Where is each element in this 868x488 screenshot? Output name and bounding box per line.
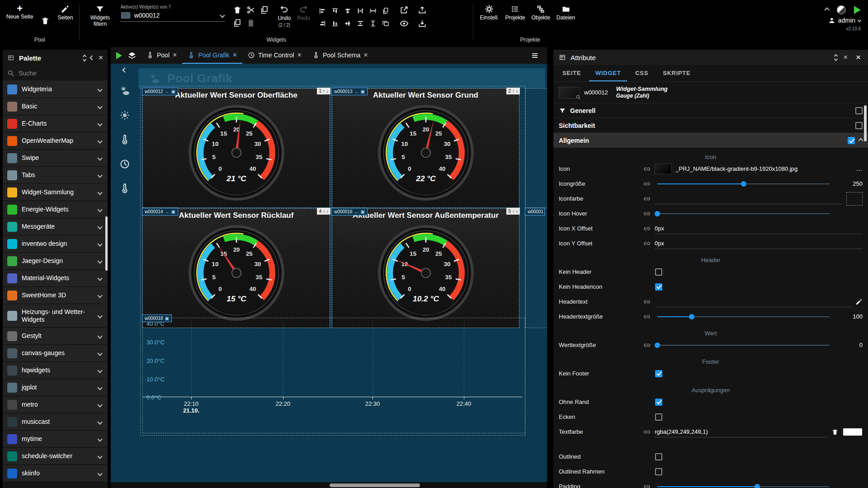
widget-order-badge[interactable]: 5↑↓ — [506, 208, 520, 215]
horizontal-scrollbar[interactable] — [330, 483, 420, 487]
palette-item-widget-sammlung[interactable]: Widget-Sammlung — [3, 184, 108, 201]
headertextgroesse-slider[interactable] — [657, 316, 830, 317]
active-widget-select[interactable]: w000012 — [120, 10, 225, 22]
palette-item-swipe[interactable]: Swipe — [3, 150, 108, 167]
gauge-widget-oberflaeche[interactable]: w000012↔▣ 1↑↓ Aktueller Wert Sensor Ober… — [143, 89, 330, 207]
sichtbarkeit-checkbox[interactable] — [855, 122, 863, 129]
undo-button[interactable]: Undo(2 / 2) — [278, 5, 291, 28]
gauge-widget-ruecklauf[interactable]: w000014↔▣ 4↑↓ Aktueller Wert Sensor Rück… — [143, 209, 330, 328]
align-right-button[interactable] — [316, 18, 328, 29]
palette-item-sweethome3d[interactable]: SweetHome 3D — [3, 287, 108, 304]
link-icon[interactable] — [643, 483, 651, 488]
section-allgemein[interactable]: Allgemein — [553, 133, 868, 148]
gauge-widget-aussentemperatur[interactable]: w000016↔▣ 5↑↓ Aktueller Wert Sensor Auße… — [332, 209, 519, 328]
partial-widget[interactable]: w00001 — [526, 209, 547, 328]
cut-widget-button[interactable] — [245, 5, 257, 15]
search-input[interactable] — [19, 70, 86, 77]
tab-pool-schema[interactable]: Pool Schema× — [307, 47, 373, 64]
clear-color-icon[interactable] — [831, 428, 839, 436]
ecken-checkbox[interactable] — [655, 413, 662, 421]
palette-item-widgeteria[interactable]: Widgeteria — [3, 81, 108, 98]
palette-item-canvas-gauges[interactable]: canvas-gauges — [3, 345, 108, 362]
tab-widget[interactable]: WIDGET — [589, 65, 627, 81]
tab-pool-grafik[interactable]: Pool Grafik× — [182, 47, 242, 64]
palette-item-heizungs-wetter[interactable]: Heizungs- und Wetter-Widgets — [3, 304, 108, 328]
collapse-palette-icon[interactable] — [90, 55, 94, 60]
color-swatch-empty[interactable] — [846, 192, 863, 206]
palette-item-metro[interactable]: metro — [3, 396, 108, 413]
close-tab-icon[interactable]: × — [173, 51, 177, 59]
expand-collapse-all-icon[interactable] — [835, 55, 837, 61]
widget-id-chip[interactable]: w000013↔▣ — [331, 88, 368, 95]
widget-id-chip[interactable]: w000012↔▣ — [142, 88, 178, 95]
delete-page-button[interactable] — [39, 15, 51, 26]
palette-item-inventwo[interactable]: inventwo design — [3, 235, 108, 253]
widget-id-chip[interactable]: w00001 — [525, 208, 545, 216]
link-icon[interactable] — [643, 298, 651, 305]
history-chart-widget[interactable]: w000018▣ 40.0°C 30.0°C 20.0°C 10.0°C 0.0… — [143, 318, 525, 433]
weather-view-icon[interactable] — [119, 85, 130, 96]
clock-view-icon[interactable] — [119, 159, 130, 169]
settings-button[interactable]: Einstell. — [480, 5, 499, 21]
palette-item-material-widgets[interactable]: Material-Widgets — [3, 270, 108, 287]
show-widgets-button[interactable] — [398, 18, 410, 29]
palette-item-gestylt[interactable]: Gestylt — [3, 328, 108, 345]
chevron-up-icon[interactable] — [858, 138, 863, 143]
close-tab-icon[interactable]: × — [363, 51, 368, 59]
projects-button[interactable]: Projekte — [505, 5, 525, 21]
align-bottom-button[interactable] — [329, 18, 341, 29]
palette-item-basic[interactable]: Basic — [3, 98, 108, 115]
objects-button[interactable]: Objekte — [531, 5, 550, 21]
icon-filename[interactable]: _PRJ_NAME/black-gradient-b9-868x488.jp… — [675, 165, 845, 172]
icongroesse-slider[interactable] — [657, 183, 830, 184]
link-icon[interactable] — [643, 180, 651, 188]
palette-item-hqwidgets[interactable]: hqwidgets — [3, 362, 108, 379]
filter-widgets-button[interactable]: Widgets filtern — [86, 5, 114, 28]
more-options[interactable]: ... — [849, 165, 863, 172]
paste-widget-button[interactable] — [245, 18, 257, 28]
pages-button[interactable]: Seiten — [57, 5, 73, 21]
new-page-button[interactable]: +Neue Seite — [6, 5, 33, 20]
palette-item-tabs[interactable]: Tabs — [3, 167, 108, 184]
copy-size-button[interactable] — [380, 5, 392, 16]
align-center-h-button[interactable] — [342, 5, 354, 16]
copy-size2-button[interactable] — [380, 18, 392, 29]
palette-item-mytime[interactable]: mytime — [3, 431, 108, 448]
files-button[interactable]: Dateien — [557, 5, 575, 21]
widget-order-badge[interactable]: 1↑↓ — [317, 88, 330, 94]
kein-headericon-checkbox[interactable] — [655, 283, 662, 291]
tab-menu-icon[interactable]: ≡ — [526, 49, 543, 62]
link-icon[interactable] — [643, 240, 651, 247]
align-top-button[interactable] — [329, 5, 341, 16]
palette-item-openweathermap[interactable]: OpenWeatherMap — [3, 132, 108, 150]
gauge-widget-grund[interactable]: w000013↔▣ 2↑↓ Aktueller Wert Sensor Grun… — [332, 89, 519, 207]
icon-hover-slider[interactable] — [657, 213, 830, 214]
close-tab-icon[interactable]: × — [297, 51, 302, 59]
color-swatch[interactable] — [843, 428, 863, 436]
kein-footer-checkbox[interactable] — [655, 370, 662, 377]
widget-order-badge[interactable]: 2↑↓ — [506, 88, 520, 94]
iconfarbe-input[interactable] — [655, 193, 842, 204]
delete-widget-button[interactable] — [231, 5, 243, 15]
collapse-toolbar-icon[interactable] — [824, 7, 829, 12]
tab-seite[interactable]: SEITE — [556, 65, 587, 81]
widget-id-chip[interactable]: w000016↔▣ — [331, 208, 368, 216]
tab-skripte[interactable]: SKRIPTE — [656, 65, 697, 81]
align-center-v-button[interactable] — [342, 18, 354, 29]
link-icon[interactable] — [643, 428, 651, 436]
panel-scrollbar[interactable] — [864, 105, 867, 141]
icon-image-thumbnail[interactable] — [655, 164, 672, 174]
werttextgroesse-slider[interactable] — [657, 345, 830, 346]
tab-css[interactable]: CSS — [629, 65, 655, 81]
distribute-h-button[interactable] — [354, 5, 366, 16]
close-tab-icon[interactable]: × — [233, 51, 237, 59]
theme-toggle-icon[interactable] — [837, 5, 846, 14]
user-menu[interactable]: admin — [828, 17, 861, 24]
run-play-button[interactable] — [854, 6, 861, 14]
palette-item-skiinfo[interactable]: skiinfo — [3, 465, 108, 482]
run-view-play-icon[interactable] — [116, 52, 122, 59]
thermometer-view-icon[interactable] — [119, 183, 130, 194]
outlined-checkbox[interactable] — [655, 453, 662, 460]
tab-time-control[interactable]: Time Control× — [242, 47, 307, 64]
layers-icon[interactable] — [127, 51, 137, 60]
